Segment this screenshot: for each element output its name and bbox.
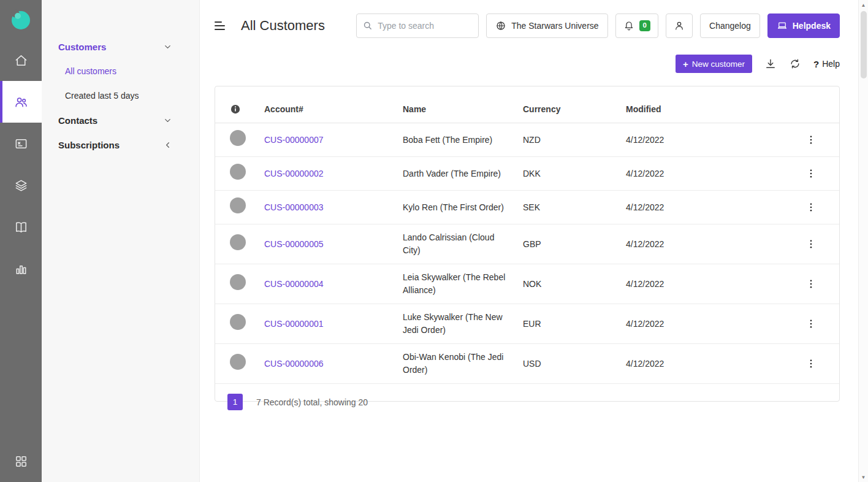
new-customer-button[interactable]: + New customer xyxy=(676,55,752,73)
customer-name: Boba Fett (The Empire) xyxy=(403,134,523,147)
sidebar-item-all-customers[interactable]: All customers xyxy=(42,59,199,83)
avatar xyxy=(230,234,246,250)
row-actions-kebab-icon[interactable] xyxy=(794,134,828,145)
refresh-icon[interactable] xyxy=(789,58,801,70)
sidebar: Customers All customers Created last 5 d… xyxy=(42,0,200,482)
top-bar: All Customers The Starwars Universe 0 Ch… xyxy=(215,0,840,52)
customer-name: Obi-Wan Kenobi (The Jedi Order) xyxy=(403,351,523,377)
scroll-down-arrow[interactable]: ▼ xyxy=(859,472,868,482)
home-icon xyxy=(14,53,28,67)
currency-value: NOK xyxy=(523,278,626,291)
avatar xyxy=(230,197,246,213)
column-header-account[interactable]: Account# xyxy=(264,104,403,114)
row-actions-kebab-icon[interactable] xyxy=(794,202,828,213)
account-link[interactable]: CUS-00000001 xyxy=(264,319,324,329)
tenant-label: The Starwars Universe xyxy=(511,21,598,31)
icon-rail xyxy=(0,0,42,482)
billing-icon xyxy=(14,137,28,151)
profile-button[interactable] xyxy=(666,13,693,38)
table-toolbar: + New customer ? Help xyxy=(215,53,840,75)
notifications-button[interactable]: 0 xyxy=(615,13,658,38)
download-icon[interactable] xyxy=(764,58,777,70)
changelog-button[interactable]: Changelog xyxy=(700,13,760,38)
rail-item-documentation[interactable] xyxy=(0,206,42,248)
scrollbar-track[interactable] xyxy=(859,10,868,472)
column-header-modified[interactable]: Modified xyxy=(626,104,794,114)
changelog-label: Changelog xyxy=(709,21,751,31)
top-right-controls: The Starwars Universe 0 Changelog Helpde… xyxy=(356,13,840,38)
account-link[interactable]: CUS-00000004 xyxy=(264,279,324,289)
currency-value: USD xyxy=(523,358,626,370)
row-actions-kebab-icon[interactable] xyxy=(794,318,828,329)
search-icon xyxy=(362,20,373,31)
rail-item-customers[interactable] xyxy=(0,81,42,123)
vertical-scrollbar[interactable]: ▲ ▼ xyxy=(858,0,868,482)
modified-date: 4/12/2022 xyxy=(626,238,794,251)
tenant-button[interactable]: The Starwars Universe xyxy=(486,13,607,38)
modified-date: 4/12/2022 xyxy=(626,167,794,180)
scrollbar-thumb[interactable] xyxy=(861,11,867,78)
book-icon xyxy=(14,220,28,234)
menu-toggle-icon[interactable] xyxy=(215,21,225,30)
avatar xyxy=(230,130,246,146)
modified-date: 4/12/2022 xyxy=(626,278,794,291)
table-row: CUS-00000001 Luke Skywalker (The New Jed… xyxy=(215,304,839,344)
row-actions-kebab-icon[interactable] xyxy=(794,239,828,250)
currency-value: GBP xyxy=(523,238,626,251)
rail-item-home[interactable] xyxy=(0,39,42,81)
modified-date: 4/12/2022 xyxy=(626,134,794,147)
account-link[interactable]: CUS-00000006 xyxy=(264,359,324,369)
sidebar-section-subscriptions[interactable]: Subscriptions xyxy=(42,132,199,157)
currency-value: SEK xyxy=(523,201,626,214)
bar-chart-icon xyxy=(14,262,28,276)
row-actions-kebab-icon[interactable] xyxy=(794,278,828,289)
app-logo[interactable] xyxy=(0,0,42,39)
info-icon[interactable] xyxy=(230,104,241,115)
row-actions-kebab-icon[interactable] xyxy=(794,358,828,369)
logo-icon xyxy=(9,8,32,31)
column-header-currency[interactable]: Currency xyxy=(523,104,626,114)
avatar xyxy=(230,164,246,180)
account-link[interactable]: CUS-00000003 xyxy=(264,202,324,212)
column-header-name[interactable]: Name xyxy=(403,104,523,114)
customer-name: Kylo Ren (The First Order) xyxy=(403,201,523,214)
rail-item-apps[interactable] xyxy=(0,440,42,482)
scroll-up-arrow[interactable]: ▲ xyxy=(859,0,868,10)
globe-icon xyxy=(495,20,506,31)
layers-icon xyxy=(14,178,28,193)
table-row: CUS-00000007 Boba Fett (The Empire) NZD … xyxy=(215,123,839,157)
customers-table-card: Account# Name Currency Modified CUS-0000… xyxy=(215,86,840,402)
customers-icon xyxy=(14,95,28,109)
help-label: Help xyxy=(822,59,840,69)
account-link[interactable]: CUS-00000002 xyxy=(264,169,324,178)
search-input[interactable] xyxy=(356,13,479,38)
sidebar-section-contacts[interactable]: Contacts xyxy=(42,108,199,132)
customer-name: Luke Skywalker (The New Jedi Order) xyxy=(403,311,523,337)
sidebar-item-label: All customers xyxy=(65,66,116,76)
help-link[interactable]: ? Help xyxy=(813,59,840,69)
chevron-left-icon xyxy=(163,140,172,150)
table-header-row: Account# Name Currency Modified xyxy=(215,95,839,123)
user-icon xyxy=(674,20,685,31)
sidebar-section-label: Subscriptions xyxy=(58,140,120,150)
sidebar-section-customers[interactable]: Customers xyxy=(42,34,199,59)
customer-name: Lando Calrissian (Cloud City) xyxy=(403,231,523,257)
account-link[interactable]: CUS-00000007 xyxy=(264,135,324,145)
row-actions-kebab-icon[interactable] xyxy=(794,168,828,179)
rail-item-reports[interactable] xyxy=(0,248,42,289)
page-title: All Customers xyxy=(241,18,325,34)
sidebar-item-created-last-5-days[interactable]: Created last 5 days xyxy=(42,83,199,108)
helpdesk-button[interactable]: Helpdesk xyxy=(767,13,840,38)
notification-count-badge: 0 xyxy=(639,20,650,31)
rail-item-products[interactable] xyxy=(0,164,42,206)
rail-item-billing[interactable] xyxy=(0,123,42,164)
rail-spacer xyxy=(0,289,42,440)
laptop-icon xyxy=(777,20,788,31)
page-1-button[interactable]: 1 xyxy=(227,394,243,410)
account-link[interactable]: CUS-00000005 xyxy=(264,239,324,249)
modified-date: 4/12/2022 xyxy=(626,358,794,370)
table-row: CUS-00000006 Obi-Wan Kenobi (The Jedi Or… xyxy=(215,344,839,384)
table-body: CUS-00000007 Boba Fett (The Empire) NZD … xyxy=(215,123,839,384)
table-row: CUS-00000003 Kylo Ren (The First Order) … xyxy=(215,191,839,224)
customer-name: Darth Vader (The Empire) xyxy=(403,167,523,180)
